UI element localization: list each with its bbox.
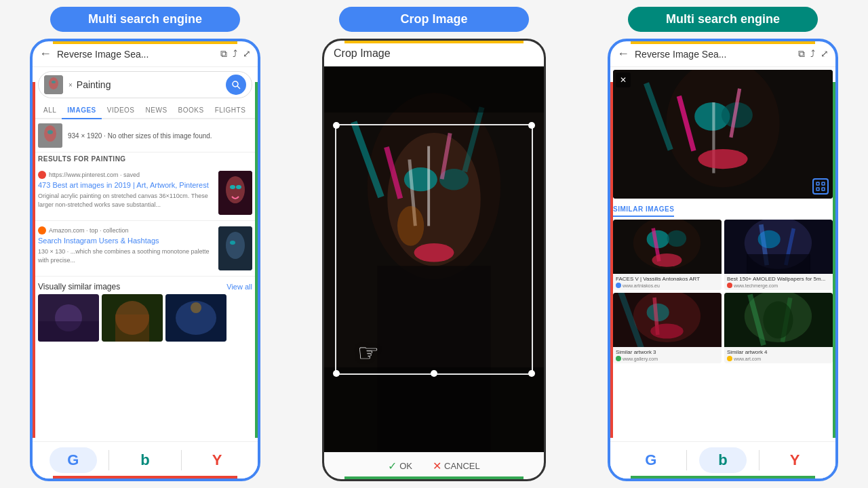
svg-rect-20: [115, 314, 149, 342]
similar-card-4-url: www.art.com: [734, 357, 761, 361]
right-copy-icon[interactable]: ⧉: [798, 48, 805, 60]
tab-flights[interactable]: FLIGHTS: [210, 102, 252, 118]
search-bar[interactable]: × Painting: [38, 71, 252, 98]
result-title-1[interactable]: 473 Best art images in 2019 | Art, Artwo…: [38, 180, 213, 190]
result-card-image-1: [218, 171, 252, 215]
crop-area: ☞: [324, 66, 544, 452]
tab-videos[interactable]: VIDEOS: [102, 102, 140, 118]
similar-card-4-title: Similar artwork 4: [727, 349, 830, 355]
crop-header: Crop Image: [324, 41, 544, 66]
similar-card-3-title: Similar artwork 3: [616, 349, 719, 355]
search-input[interactable]: Painting: [77, 79, 222, 90]
right-bottom-green-bar: [631, 476, 815, 481]
svg-point-45: [698, 149, 747, 169]
result-info-text: 934 × 1920 · No other sizes of this imag…: [68, 132, 212, 140]
bing-nav-button[interactable]: b: [121, 447, 169, 473]
right-bing-nav-button[interactable]: b: [699, 447, 747, 473]
crop-corner-tl[interactable]: [333, 122, 340, 129]
right-phone-content: ← Reverse Image Sea... ⧉ ⤴ ⤢: [610, 41, 835, 479]
right-google-logo: G: [645, 451, 656, 469]
similar-card-2[interactable]: Best 150+ AMOLED Wallpapers for 5m... ww…: [724, 220, 833, 290]
result-site-2: Amazon.com · top · collection: [38, 226, 213, 235]
similar-images-label: SIMILAR IMAGES: [613, 201, 674, 217]
similar-grid: FACES V | Vassilis Antonakos ART www.art…: [613, 220, 833, 363]
right-yahoo-nav-button[interactable]: Y: [771, 447, 818, 473]
similar-card-2-info: Best 150+ AMOLED Wallpapers for 5m... ww…: [724, 274, 833, 290]
crop-ok-button[interactable]: ✓ OK: [388, 460, 412, 472]
cancel-x-icon: ✕: [433, 460, 441, 472]
result-desc-2: 130 × 130 · ...which she combines a soot…: [38, 247, 213, 264]
scan-icon[interactable]: [812, 178, 829, 195]
main-result-image: ✕: [613, 70, 833, 199]
top-yellow-bar: [53, 39, 237, 44]
nav-divider-1: [108, 450, 109, 470]
mini-favicon-1: [616, 283, 621, 288]
back-button[interactable]: ←: [39, 47, 52, 61]
left-badge: Multi search engine: [50, 7, 240, 32]
similar-images-section: SIMILAR IMAGES: [613, 201, 833, 363]
crop-footer: ✓ OK ✕ CANCEL: [324, 452, 544, 479]
svg-point-56: [652, 253, 682, 267]
site-favicon-1: [38, 171, 46, 179]
right-external-icon[interactable]: ⤢: [821, 48, 829, 60]
right-green-side-bar: [255, 82, 260, 438]
result-card-2: Amazon.com · top · collection Search Ins…: [33, 221, 258, 277]
close-button[interactable]: ✕: [616, 73, 631, 87]
similar-card-3[interactable]: Similar artwork 3 www.gallery.com: [613, 293, 722, 363]
similar-card-1[interactable]: FACES V | Vassilis Antonakos ART www.art…: [613, 220, 722, 290]
svg-rect-50: [822, 188, 825, 190]
right-bing-logo: b: [718, 451, 727, 469]
crop-corner-bm[interactable]: [431, 370, 437, 377]
svg-point-14: [230, 241, 235, 245]
tab-images[interactable]: IMAGES: [62, 102, 101, 119]
similar-card-4-site: www.art.com: [727, 356, 830, 361]
google-logo: G: [67, 451, 79, 469]
bottom-nav-right: G b Y: [610, 441, 835, 479]
google-nav-button[interactable]: G: [50, 447, 97, 473]
page-title: Reverse Image Sea...: [57, 49, 215, 60]
results-label: RESULTS FOR PAINTING: [33, 152, 258, 165]
svg-point-13: [226, 232, 245, 259]
similar-card-3-site: www.gallery.com: [616, 356, 719, 361]
right-google-nav-button[interactable]: G: [627, 447, 675, 473]
similar-card-image-1: [613, 220, 722, 274]
tab-news[interactable]: NEWS: [140, 102, 173, 118]
middle-badge: Crop Image: [339, 7, 529, 32]
svg-point-54: [667, 230, 686, 247]
tab-bar: ALL IMAGES VIDEOS NEWS BOOKS FLIGHTS: [33, 102, 258, 119]
left-phone-frame: ← Reverse Image Sea... ⧉ ⤴ ⤢ ×: [30, 39, 260, 481]
external-icon[interactable]: ⤢: [243, 48, 251, 60]
similar-card-1-title: FACES V | Vassilis Antonakos ART: [616, 276, 719, 282]
right-share-icon[interactable]: ⤴: [810, 48, 815, 60]
copy-icon[interactable]: ⧉: [220, 48, 227, 60]
crop-cancel-button[interactable]: ✕ CANCEL: [433, 460, 480, 472]
search-clear-icon[interactable]: ×: [68, 81, 73, 89]
search-button[interactable]: [226, 75, 246, 95]
right-top-bar: ← Reverse Image Sea... ⧉ ⤴ ⤢: [610, 41, 835, 67]
right-content-area: ✕ SIMILAR IMAGES: [610, 67, 835, 441]
result-title-2[interactable]: Search Instagram Users & Hashtags: [38, 236, 213, 245]
svg-rect-47: [816, 182, 819, 185]
svg-point-2: [52, 81, 56, 83]
share-icon[interactable]: ⤴: [233, 48, 237, 60]
site-favicon-2: [38, 226, 46, 235]
similar-card-4[interactable]: Similar artwork 4 www.art.com: [724, 293, 833, 363]
similar-card-3-info: Similar artwork 3 www.gallery.com: [613, 347, 722, 363]
view-all-button[interactable]: View all: [226, 283, 252, 291]
result-desc-1: Original acrylic painting on stretched c…: [38, 192, 213, 209]
crop-box[interactable]: [335, 124, 533, 375]
svg-point-73: [763, 301, 793, 338]
crop-corner-br[interactable]: [528, 370, 535, 377]
similar-card-4-info: Similar artwork 4 www.art.com: [724, 347, 833, 363]
tab-all[interactable]: ALL: [38, 102, 62, 118]
tab-books[interactable]: BOOKS: [173, 102, 210, 118]
svg-rect-48: [822, 182, 825, 185]
yahoo-nav-button[interactable]: Y: [193, 447, 241, 473]
svg-point-10: [230, 185, 235, 189]
right-back-button[interactable]: ←: [617, 47, 629, 61]
left-red-side-bar: [30, 82, 35, 438]
svg-point-11: [236, 185, 241, 189]
site-url-1: https://www.pinterest.com · saved: [49, 171, 140, 178]
right-page-title: Reverse Image Sea...: [635, 49, 793, 60]
svg-point-7: [47, 130, 53, 134]
